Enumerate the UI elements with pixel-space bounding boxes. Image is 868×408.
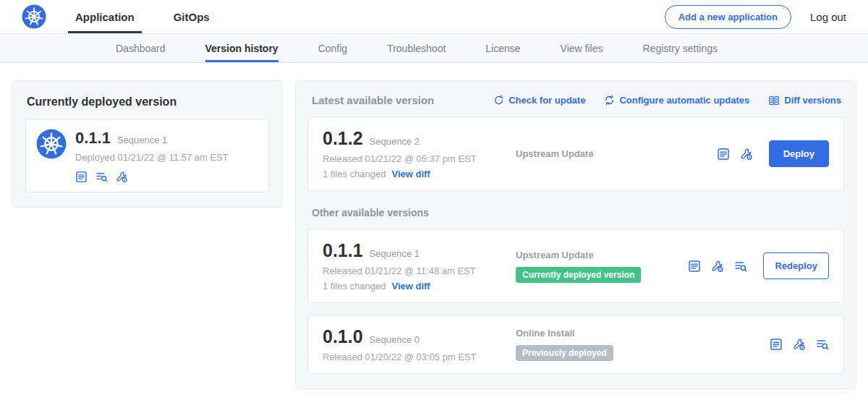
version-info: 0.1.1 Sequence 1 Released 01/21/22 @ 11:…: [323, 240, 507, 292]
version-source: Online Install: [516, 328, 770, 339]
diff-versions-link[interactable]: Diff versions: [768, 95, 841, 106]
top-nav: Application GitOps: [68, 0, 217, 33]
subnav-item-troubleshoot[interactable]: Troubleshoot: [387, 34, 446, 62]
version-row-actions: Deploy: [717, 140, 829, 167]
version-source: Upstream Update: [516, 250, 688, 260]
files-changed-label: 1 files changed: [323, 169, 386, 179]
kubernetes-wheel-icon: [36, 129, 67, 159]
auto-update-arrows-icon: [604, 95, 615, 106]
version-row-0-1-2: 0.1.2 Sequence 2 Released 01/21/22 @ 05:…: [307, 116, 844, 191]
view-diff-icon[interactable]: [734, 260, 747, 273]
add-application-button[interactable]: Add a new application: [665, 5, 791, 29]
config-values-icon[interactable]: [793, 338, 806, 351]
release-notes-icon[interactable]: [75, 171, 88, 183]
view-diff-link[interactable]: View diff: [391, 169, 430, 179]
version-source-block: Upstream Update Currently deployed versi…: [507, 250, 688, 283]
deployed-version-info: 0.1.1 Sequence 1 Deployed 01/21/22 @ 11:…: [75, 129, 229, 183]
released-date: Released 01/20/22 @ 03:05 pm EST: [323, 352, 507, 362]
diff-versions-label: Diff versions: [784, 95, 841, 106]
deployed-date: Deployed 01/21/22 @ 11:57 am EST: [75, 152, 229, 163]
redeploy-button[interactable]: Redeploy: [763, 252, 829, 279]
view-diff-icon[interactable]: [816, 338, 829, 351]
version-info: 0.1.0 Sequence 0 Released 01/20/22 @ 03:…: [323, 326, 507, 362]
deployed-version-number: 0.1.1: [75, 129, 111, 148]
currently-deployed-badge: Currently deployed version: [516, 267, 641, 283]
view-diff-icon[interactable]: [95, 171, 108, 183]
subnav-item-license[interactable]: License: [485, 34, 520, 62]
release-notes-icon[interactable]: [688, 260, 701, 273]
config-values-icon[interactable]: [740, 148, 753, 161]
sequence-label: Sequence 0: [370, 334, 420, 345]
deployed-sequence-label: Sequence 1: [117, 135, 167, 145]
subnav-item-version-history[interactable]: Version history: [205, 34, 278, 62]
version-row-actions: [770, 338, 829, 351]
tab-application[interactable]: Application: [68, 0, 142, 33]
version-source: Upstream Update: [516, 148, 717, 159]
released-date: Released 01/21/22 @ 05:37 pm EST: [323, 153, 507, 164]
subnav-item-dashboard[interactable]: Dashboard: [116, 34, 166, 62]
currently-deployed-panel: Currently deployed version 0.1.1 Sequenc…: [12, 80, 283, 208]
currently-deployed-title: Currently deployed version: [27, 95, 269, 109]
version-row-0-1-0: 0.1.0 Sequence 0 Released 01/20/22 @ 03:…: [307, 315, 844, 374]
version-source-block: Upstream Update: [507, 148, 717, 159]
version-number: 0.1.2: [323, 128, 363, 149]
other-available-title: Other available versions: [312, 207, 844, 218]
version-number: 0.1.0: [323, 326, 363, 347]
logout-link[interactable]: Log out: [810, 11, 846, 23]
release-notes-icon[interactable]: [717, 148, 730, 161]
config-values-icon[interactable]: [711, 260, 724, 273]
subnav-item-view-files[interactable]: View files: [561, 34, 603, 62]
previously-deployed-badge: Previously deployed: [516, 345, 613, 361]
configure-automatic-updates-label: Configure automatic updates: [619, 95, 749, 106]
release-notes-icon[interactable]: [770, 338, 783, 351]
config-values-icon[interactable]: [116, 171, 128, 183]
version-row-0-1-1: 0.1.1 Sequence 1 Released 01/21/22 @ 11:…: [307, 229, 844, 303]
app-logo: [22, 0, 46, 33]
files-changed-label: 1 files changed: [323, 281, 386, 292]
version-source-block: Online Install Previously deployed: [507, 328, 770, 361]
version-history-actions: Check for update Configure automatic upd…: [493, 95, 841, 106]
released-date: Released 01/21/22 @ 11:48 am EST: [323, 265, 507, 276]
topbar: Application GitOps Add a new application…: [0, 0, 868, 34]
check-for-update-link[interactable]: Check for update: [493, 95, 585, 106]
check-for-update-label: Check for update: [509, 95, 585, 106]
version-history-panel: Latest available version Check for updat…: [295, 80, 856, 389]
version-row-actions: Redeploy: [688, 252, 829, 279]
view-diff-link[interactable]: View diff: [391, 281, 430, 292]
topbar-actions: Add a new application Log out: [665, 0, 846, 33]
sequence-label: Sequence 2: [370, 136, 420, 147]
latest-available-title: Latest available version: [312, 94, 434, 106]
deployed-actions: [75, 171, 229, 183]
version-info: 0.1.2 Sequence 2 Released 01/21/22 @ 05:…: [323, 128, 507, 179]
kubernetes-wheel-icon: [22, 4, 46, 29]
subnav-item-config[interactable]: Config: [318, 34, 347, 62]
deployed-version-card: 0.1.1 Sequence 1 Deployed 01/21/22 @ 11:…: [25, 119, 269, 192]
diff-columns-icon: [768, 95, 780, 106]
deploy-button[interactable]: Deploy: [769, 140, 829, 167]
sequence-label: Sequence 1: [370, 248, 420, 259]
version-history-header: Latest available version Check for updat…: [312, 94, 841, 106]
version-number: 0.1.1: [323, 240, 363, 261]
subnav-item-registry-settings[interactable]: Registry settings: [642, 34, 717, 62]
configure-automatic-updates-link[interactable]: Configure automatic updates: [604, 95, 749, 106]
app-subnav: Dashboard Version history Config Trouble…: [0, 34, 868, 63]
refresh-icon: [493, 95, 504, 106]
tab-gitops[interactable]: GitOps: [166, 0, 217, 33]
main-content: Currently deployed version 0.1.1 Sequenc…: [0, 63, 868, 407]
